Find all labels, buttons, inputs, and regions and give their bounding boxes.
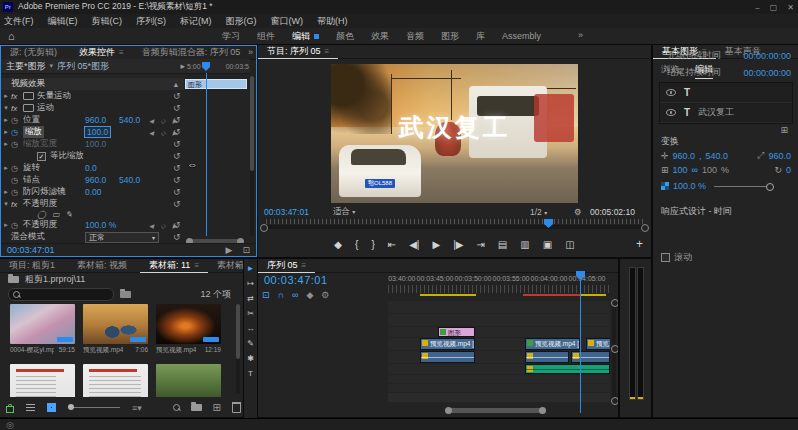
pen-mask-icon[interactable]: ✎ [66, 210, 73, 219]
reset-icon[interactable]: ↺ [173, 91, 181, 101]
layer-visibility-eye-icon[interactable] [666, 89, 676, 96]
workspace-tab[interactable]: 颜色 [336, 30, 354, 43]
search-in-bin-icon[interactable] [120, 290, 131, 300]
stopwatch-icon[interactable]: ◷ [11, 176, 23, 185]
reset-icon[interactable]: ↺ [173, 163, 181, 173]
add-keyframe-icon[interactable]: ◇ [161, 222, 166, 229]
graphics-layer-row[interactable]: T [660, 83, 792, 103]
master-track[interactable]: 主声道 0.0 ◂▸ [388, 393, 610, 402]
video-track[interactable]: V3 [388, 314, 610, 326]
program-tab[interactable]: 节目: 序列 05≡ [258, 45, 338, 59]
new-item-icon[interactable]: ⊞ [213, 402, 221, 413]
effect-property-row[interactable]: fx ◷ 混合模式 正常▾ ◀◇▶ ↺ [1, 231, 184, 243]
effect-property-row[interactable]: ▸ fx ◷ 矢量运动 ◀◇▶ ↺ [1, 90, 184, 102]
rotation-value[interactable]: 0 [786, 165, 791, 175]
roll-checkbox[interactable] [661, 253, 670, 262]
workspace-tab[interactable]: 音频 [406, 30, 424, 43]
menu-item[interactable]: 窗口(W) [271, 15, 304, 28]
timeline-audio-clip[interactable] [525, 351, 569, 363]
program-timecode[interactable]: 00:03:47:01 [264, 207, 309, 217]
timeline-audio-clip[interactable] [420, 351, 475, 363]
workspace-tab[interactable]: 编辑 [292, 30, 319, 43]
media-thumbnail[interactable] [10, 364, 75, 397]
reset-icon[interactable]: ↺ [173, 127, 181, 137]
timeline-clip[interactable]: 预览 [586, 338, 610, 350]
panel-tab[interactable]: 素材箱: 视频 [68, 259, 140, 272]
trash-icon[interactable] [232, 402, 241, 413]
ripple-edit-tool[interactable]: ⇄ [247, 294, 254, 303]
effect-property-row[interactable]: ▾ fx ◷ 不透明度 ◀◇▶ ↺ [1, 198, 184, 210]
media-thumbnail[interactable] [83, 364, 148, 397]
audio-track[interactable]: A2 M S [388, 364, 610, 374]
rotation-icon[interactable]: ↻ [774, 165, 782, 175]
list-view-icon[interactable] [26, 404, 35, 412]
menu-item[interactable]: 标记(M) [180, 15, 212, 28]
timeline-timecode[interactable]: 00:03:47:01 [264, 274, 328, 286]
panel-tab[interactable]: 源: (无剪辑) [1, 46, 70, 59]
property-value[interactable]: 100.0 [85, 127, 110, 137]
timeline-clip[interactable]: 预览视频.mp4 [ [420, 338, 475, 350]
video-track[interactable]: V1 预览视频.mp4 [预览视频.mp4 [预览 [388, 338, 610, 350]
insert-overwrite-icon[interactable]: ⊡ [262, 290, 270, 300]
workspace-tab[interactable]: 效果 [371, 30, 389, 43]
timeline-audio-clip[interactable] [571, 351, 610, 363]
stopwatch-icon[interactable]: ◷ [11, 221, 23, 230]
new-bin-icon[interactable] [191, 404, 202, 411]
panel-tab[interactable]: 元数据 [253, 46, 257, 59]
home-icon[interactable]: ⌂ [8, 30, 15, 42]
link-scale-icon[interactable]: ∞ [692, 165, 698, 175]
twirl-icon[interactable]: ▸ [1, 221, 11, 229]
find-icon[interactable] [173, 404, 180, 411]
minimize-button[interactable]: – [755, 3, 759, 12]
timeline-clip[interactable]: 图形 [438, 327, 475, 337]
panel-menu-icon[interactable]: ≡ [325, 47, 330, 56]
maximize-button[interactable]: ▢ [770, 3, 778, 12]
tab-overflow-icon[interactable]: » [248, 47, 253, 57]
checkbox[interactable]: ✓ [37, 152, 46, 161]
twirl-icon[interactable]: ▸ [1, 140, 11, 148]
timeline-audio-clip[interactable] [525, 364, 610, 374]
media-thumbnail[interactable] [156, 304, 221, 344]
property-value[interactable]: 100.0 % [85, 220, 116, 230]
property-value[interactable]: 960.0 [85, 175, 106, 185]
reset-icon[interactable]: ↺ [173, 232, 181, 242]
panel-menu-icon[interactable]: ≡ [194, 261, 199, 270]
mini-timeline-clip[interactable]: 图形 [185, 79, 247, 89]
effect-property-row[interactable]: ▸ fx ◷ 缩放 100.0 ◀◇▶ ↺ [1, 126, 184, 138]
twirl-icon[interactable]: ▸ [1, 128, 11, 136]
audio-track[interactable]: A4 M S [388, 384, 610, 392]
add-keyframe-icon[interactable]: ◇ [161, 129, 166, 136]
stopwatch-icon[interactable]: ◷ [11, 128, 23, 137]
workspace-tab[interactable]: 学习 [222, 30, 240, 43]
timeline-h-scrollbar[interactable] [448, 408, 543, 413]
slip-tool[interactable]: ↔ [247, 324, 255, 333]
breadcrumb-path[interactable]: 粗剪1.prproj\11 [25, 273, 85, 286]
video-track[interactable]: V4 [388, 301, 610, 313]
playback-resolution-dropdown[interactable]: 1/2 ▾ [530, 207, 547, 217]
media-thumbnail[interactable] [83, 304, 148, 344]
opacity-checker-icon[interactable] [661, 182, 669, 190]
scale-value[interactable]: 100 [673, 165, 688, 175]
opacity-value[interactable]: 100.0 % [673, 181, 706, 191]
collapse-section-icon[interactable]: ▴ [174, 79, 178, 89]
project-media-item[interactable]: 预览视频.mp47:06 [83, 304, 148, 355]
position-x-value[interactable]: 960.0 [673, 151, 696, 161]
workspace-tab[interactable]: Assembly [502, 31, 541, 41]
export-settings-icon[interactable]: ⊡ [242, 245, 250, 255]
effect-mini-ruler[interactable]: 5:00 00:03:5 [185, 59, 250, 74]
scrubber-track[interactable] [266, 225, 643, 229]
linked-selection-icon[interactable]: ∞ [292, 290, 298, 300]
anchor-value[interactable]: 960.0 [768, 151, 791, 161]
project-scrollbar[interactable] [236, 304, 240, 394]
media-thumbnail[interactable] [156, 364, 221, 397]
panel-menu-icon[interactable]: ≡ [302, 261, 307, 270]
export-frame-button[interactable]: ▣ [543, 239, 552, 250]
effect-property-row[interactable]: fx ◷ 视频效果 ◀◇▶ ▴ [1, 78, 184, 90]
timeline-clip[interactable]: 预览视频.mp4 [ [525, 338, 580, 350]
opacity-slider[interactable] [714, 186, 772, 187]
stopwatch-icon[interactable]: ◷ [11, 140, 23, 149]
effect-property-row[interactable]: fx ◷ 锚点 960.0 540.0 ◀◇▶ ↺ [1, 174, 184, 186]
scroll-thumb[interactable] [250, 76, 254, 171]
panel-tab[interactable]: 项目: 粗剪1 [0, 259, 68, 272]
go-to-out-button[interactable]: ⇥ [476, 239, 484, 250]
